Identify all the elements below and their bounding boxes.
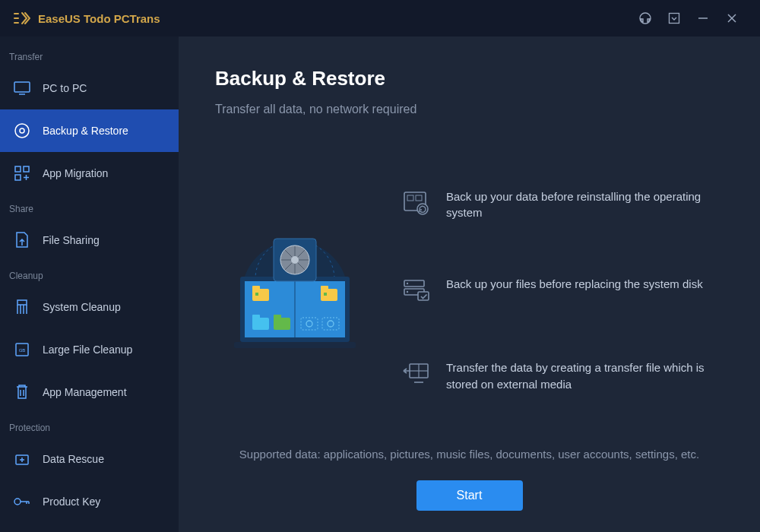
sidebar-item-label: App Management: [43, 386, 127, 398]
svg-rect-23: [252, 289, 269, 301]
page-subtitle: Transfer all data, no network required: [215, 103, 724, 116]
os-backup-icon: [402, 188, 431, 217]
svg-point-51: [407, 283, 408, 284]
svg-rect-21: [234, 342, 356, 348]
transfer-file-icon: [402, 359, 431, 388]
sidebar-item-large-file-cleanup[interactable]: GB Large File Cleanup: [0, 328, 179, 371]
svg-text:GB: GB: [19, 348, 26, 353]
pc-icon: [14, 80, 30, 97]
start-button[interactable]: Start: [416, 480, 523, 511]
svg-rect-29: [274, 315, 281, 319]
sidebar-item-label: Backup & Restore: [43, 125, 128, 137]
svg-rect-5: [14, 82, 30, 92]
apps-icon: [14, 165, 30, 182]
trash-icon: [14, 384, 30, 401]
svg-point-52: [407, 291, 408, 293]
rescue-icon: [14, 451, 30, 467]
support-icon[interactable]: [631, 6, 660, 30]
logo: EaseUS Todo PCTrans: [14, 11, 160, 25]
svg-rect-1: [670, 14, 679, 24]
sidebar-item-app-migration[interactable]: App Migration: [0, 152, 179, 195]
sidebar-item-label: App Migration: [43, 167, 108, 179]
sidebar: Transfer PC to PC Backup & Restore App M…: [0, 36, 179, 532]
close-button[interactable]: [717, 6, 746, 30]
svg-rect-53: [418, 292, 429, 300]
sidebar-item-label: PC to PC: [43, 82, 87, 94]
svg-rect-27: [252, 315, 260, 319]
feature-item: Back up your files before replacing the …: [402, 276, 716, 305]
sidebar-item-file-sharing[interactable]: File Sharing: [0, 219, 179, 261]
sidebar-section-share: Share: [0, 195, 179, 219]
app-title: EaseUS Todo PCTrans: [38, 12, 160, 25]
sidebar-item-label: Product Key: [43, 496, 100, 508]
svg-rect-28: [274, 318, 290, 330]
illustration: [215, 222, 375, 359]
sidebar-item-app-management[interactable]: App Management: [0, 371, 179, 413]
broom-icon: [14, 299, 30, 315]
svg-point-7: [15, 124, 29, 138]
feature-item: Back up your data before reinstalling th…: [402, 188, 716, 222]
svg-point-0: [640, 13, 651, 24]
supported-data-text: Supported data: applications, pictures, …: [215, 448, 724, 461]
feature-text: Back up your files before replacing the …: [446, 276, 703, 293]
sidebar-item-backup-restore[interactable]: Backup & Restore: [0, 109, 179, 152]
sidebar-section-protection: Protection: [0, 413, 179, 438]
svg-rect-47: [416, 195, 422, 201]
feature-list: Back up your data before reinstalling th…: [402, 188, 724, 393]
sidebar-item-label: Data Rescue: [43, 453, 104, 465]
feature-text: Transfer the data by creating a transfer…: [446, 359, 716, 393]
disk-backup-icon: [402, 276, 431, 305]
titlebar: EaseUS Todo PCTrans: [0, 0, 760, 36]
svg-rect-24: [252, 286, 260, 290]
feature-item: Transfer the data by creating a transfer…: [402, 359, 716, 393]
svg-rect-46: [407, 195, 413, 201]
sidebar-item-pc-to-pc[interactable]: PC to PC: [0, 67, 179, 109]
sidebar-item-data-rescue[interactable]: Data Rescue: [0, 438, 179, 480]
sidebar-item-system-cleanup[interactable]: System Cleanup: [0, 286, 179, 328]
svg-rect-11: [15, 175, 21, 180]
svg-rect-32: [324, 293, 327, 296]
menu-dropdown-icon[interactable]: [660, 6, 689, 30]
svg-rect-12: [17, 300, 27, 305]
sidebar-section-transfer: Transfer: [0, 43, 179, 67]
main-panel: Backup & Restore Transfer all data, no n…: [179, 36, 760, 532]
svg-rect-30: [321, 289, 337, 301]
svg-rect-9: [15, 166, 21, 172]
sidebar-item-label: File Sharing: [43, 234, 100, 246]
svg-point-44: [291, 256, 299, 264]
sidebar-item-label: System Cleanup: [43, 301, 121, 313]
minimize-button[interactable]: [689, 6, 717, 30]
sidebar-section-cleanup: Cleanup: [0, 261, 179, 286]
svg-point-16: [14, 499, 21, 505]
sidebar-item-product-key[interactable]: Product Key: [0, 480, 179, 523]
sidebar-item-label: Large File Cleanup: [43, 344, 132, 356]
logo-icon: [14, 11, 30, 25]
page-title: Backup & Restore: [215, 67, 724, 90]
svg-rect-26: [252, 318, 269, 330]
svg-rect-31: [321, 286, 328, 290]
disc-icon: [14, 122, 30, 139]
key-icon: [14, 493, 30, 510]
feature-text: Back up your data before reinstalling th…: [446, 188, 716, 222]
svg-point-8: [20, 128, 24, 133]
file-share-icon: [14, 232, 30, 249]
svg-rect-25: [255, 293, 258, 296]
svg-rect-10: [24, 166, 29, 172]
large-file-icon: GB: [14, 341, 30, 358]
